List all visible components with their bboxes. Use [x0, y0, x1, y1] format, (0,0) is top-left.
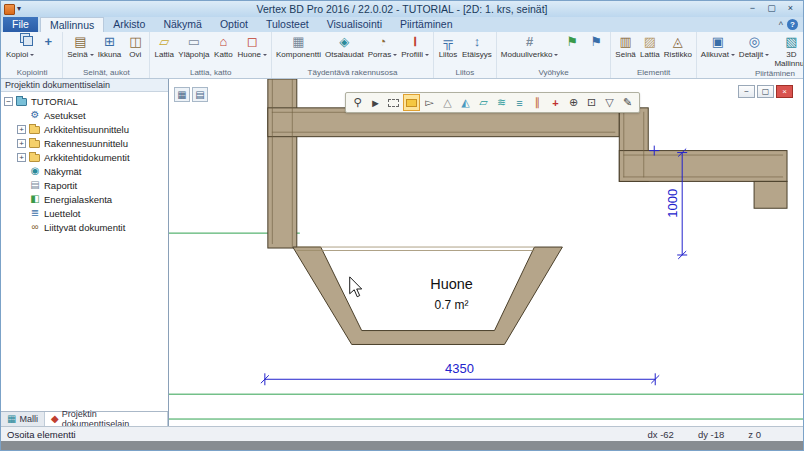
tab-arkisto[interactable]: Arkisto	[104, 17, 154, 32]
tab-optiot[interactable]: Optiot	[211, 17, 257, 32]
flag-green-icon: ⚑	[567, 33, 579, 50]
etaisyys-button[interactable]: ↕ Etäisyys	[460, 33, 494, 67]
katto-button[interactable]: ⌂ Katto	[211, 33, 235, 67]
elementti-lattia-button[interactable]: ▨ Lattia	[638, 33, 662, 67]
zoom-window-icon[interactable]: ⊡	[583, 94, 600, 111]
close-button[interactable]: ×	[781, 2, 800, 16]
pencil-icon[interactable]: ✎	[619, 94, 636, 111]
tree-item-liittyvat-dokumentit[interactable]: ∞ Liittyvät dokumentit	[4, 220, 168, 234]
alikuvat-button[interactable]: ▣ Alikuvat	[699, 33, 737, 68]
select-arrow-icon[interactable]: ►	[367, 94, 384, 111]
komponentti-button[interactable]: ▦ Komponentti	[274, 33, 323, 67]
ribbon-collapse-icon[interactable]: ^	[779, 19, 783, 31]
tab-projektin-dokumenttiselain[interactable]: ◆ Projektin dokumenttiselain	[45, 412, 168, 426]
project-tree: − TUTORIAL ⚙ Asetukset + Arkkitehtisuunn…	[1, 92, 168, 411]
plane-icon[interactable]: ▱	[475, 94, 492, 111]
walls[interactable]	[268, 79, 787, 344]
maximize-button[interactable]: ▢	[762, 2, 781, 16]
triangle-outline-icon[interactable]: △	[439, 94, 456, 111]
tab-visualisointi[interactable]: Visualisointi	[318, 17, 391, 32]
tree-item-nakymat[interactable]: ◉ Näkymät	[4, 164, 168, 178]
folder-icon	[29, 154, 40, 162]
parallel-lines-icon[interactable]: ∥	[529, 94, 546, 111]
selection-box-icon[interactable]	[385, 94, 402, 111]
expand-icon[interactable]: +	[17, 153, 26, 162]
tab-file[interactable]: File	[3, 17, 38, 32]
tree-item-arkkitehtidokumentit[interactable]: + Arkkitehtidokumentit	[4, 150, 168, 164]
moduuliverkko-button[interactable]: # Moduuliverkko	[499, 33, 561, 67]
quick-access-caret-icon[interactable]: ▾	[17, 2, 21, 16]
filter-icon[interactable]: ▽	[601, 94, 618, 111]
app-icon[interactable]	[4, 4, 15, 15]
minimize-button[interactable]: −	[743, 2, 762, 16]
highlight-tool-icon[interactable]	[403, 94, 420, 111]
floor-plan-drawing: 4350 1000 Huone 0.7 m²	[169, 79, 803, 426]
ylapohja-button[interactable]: ▭ Yläpohja	[176, 33, 211, 67]
model-tab-icon: ▦	[7, 413, 16, 425]
element-wall-icon: ▥	[619, 33, 631, 50]
tab-nakyma[interactable]: Näkymä	[154, 17, 211, 32]
expand-icon[interactable]: +	[17, 139, 26, 148]
tree-item-tutorial[interactable]: − TUTORIAL	[4, 94, 168, 108]
collapse-icon[interactable]: −	[4, 97, 13, 106]
pin-icon[interactable]: ⚲	[349, 94, 366, 111]
snap-plus-icon[interactable]: +	[547, 94, 564, 111]
doc-restore-button[interactable]: ▢	[757, 85, 774, 98]
room-icon: ◻	[247, 33, 258, 50]
ribbon-group-elementit: ▥ Seinä ▨ Lattia ◬ Ristikko Elementit	[611, 32, 696, 78]
tree-item-rakennesuunnittelu[interactable]: + Rakennesuunnittelu	[4, 136, 168, 150]
otsalaudat-button[interactable]: ◈ Otsalaudat	[323, 33, 366, 67]
doc-minimize-button[interactable]: −	[738, 85, 755, 98]
tab-piirtaminen[interactable]: Piirtäminen	[391, 17, 462, 32]
tree-item-label: Näkymät	[44, 166, 81, 177]
tree-item-raportit[interactable]: ▤ Raportit	[4, 178, 168, 192]
ribbon: Kopioi + Kopiointi ▤ Seinä ⊞ Ikkuna ◫	[1, 32, 803, 79]
layers-icon[interactable]: ≋	[493, 94, 510, 111]
tree-item-asetukset[interactable]: ⚙ Asetukset	[4, 108, 168, 122]
tab-mallinnus[interactable]: Mallinnus	[40, 17, 104, 32]
tree-item-label: Arkkitehtisuunnittelu	[44, 124, 129, 135]
status-bar: Osoita elementti dx -62 dy -18 z 0	[1, 426, 803, 441]
flag-green-button[interactable]: ⚑	[560, 33, 584, 67]
lattia-button[interactable]: ▱ Lattia	[152, 33, 176, 67]
floor-icon: ▱	[159, 33, 169, 50]
tree-item-label: Liittyvät dokumentit	[44, 222, 125, 233]
profiili-button[interactable]: Ⅰ Profiili	[399, 33, 431, 67]
liitos-button[interactable]: ╦ Liitos	[436, 33, 460, 67]
tree-item-luettelot[interactable]: ≣ Luettelot	[4, 206, 168, 220]
3d-mallinnus-button[interactable]: ▧ 3D Mallinnus	[771, 33, 803, 68]
tab-tulosteet[interactable]: Tulosteet	[257, 17, 318, 32]
flag-blue-button[interactable]: ⚑	[584, 33, 608, 67]
stack-icon[interactable]: ≡	[511, 94, 528, 111]
project-folder-icon	[16, 98, 27, 106]
ikkuna-button[interactable]: ⊞ Ikkuna	[96, 33, 124, 67]
triangle-filled-icon[interactable]: ◭	[457, 94, 474, 111]
help-icon[interactable]: ?	[787, 19, 798, 30]
siirra-button[interactable]: +	[36, 33, 60, 67]
distance-icon: ↕	[474, 33, 481, 50]
huone-button[interactable]: ◻ Huone	[235, 33, 269, 67]
porras-button[interactable]: ◔ Porras	[366, 33, 400, 67]
zoom-in-icon[interactable]: ⊕	[565, 94, 582, 111]
ovi-button[interactable]: ◫ Ovi	[123, 33, 147, 67]
ristikko-button[interactable]: ◬ Ristikko	[662, 33, 694, 67]
kopioi-button[interactable]: Kopioi	[4, 33, 36, 67]
tree-item-arkkitehtisuunnittelu[interactable]: + Arkkitehtisuunnittelu	[4, 122, 168, 136]
group-label-liitos: Liitos	[436, 67, 494, 78]
elementti-seina-button[interactable]: ▥ Seinä	[613, 33, 637, 67]
seina-button[interactable]: ▤ Seinä	[65, 33, 95, 67]
tree-item-label: Asetukset	[44, 110, 86, 121]
status-dy: dy -18	[698, 429, 724, 440]
viewport-button-1[interactable]: ▦	[174, 87, 190, 102]
ribbon-group-lattia-katto: ▱ Lattia ▭ Yläpohja ⌂ Katto ◻ Huone Latt…	[150, 32, 272, 78]
tab-malli[interactable]: ▦ Malli	[1, 412, 45, 426]
expand-icon[interactable]: +	[17, 125, 26, 134]
tree-item-energialaskenta[interactable]: ◧ Energialaskenta	[4, 192, 168, 206]
tree-item-label: Raportit	[44, 180, 77, 191]
cursor-icon[interactable]: ▻	[421, 94, 438, 111]
viewport-button-2[interactable]: ▤	[192, 87, 208, 102]
wall-icon: ▤	[74, 33, 86, 50]
drawing-canvas[interactable]: ▦ ▤ ⚲ ► ▻ △ ◭ ▱ ≋ ≡ ∥ + ⊕ ⊡ ▽ ✎	[169, 79, 803, 426]
detaljit-button[interactable]: ◎ Detaljit	[737, 33, 771, 68]
doc-close-button[interactable]: ×	[776, 85, 793, 98]
